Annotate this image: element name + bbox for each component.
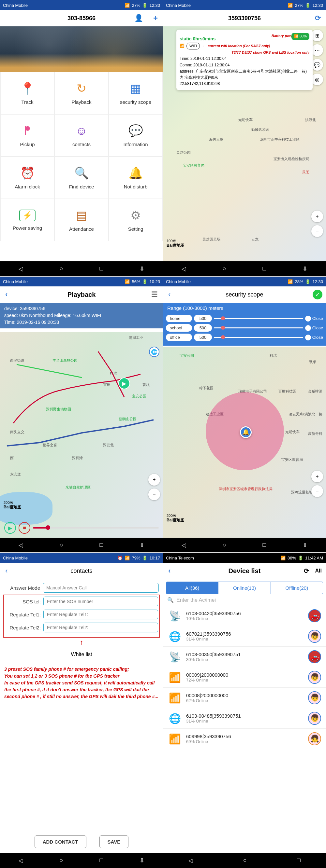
list-item[interactable]: 📡 6103-00350[359339075130% Online 🚗: [163, 647, 326, 667]
play-button[interactable]: ▶: [4, 522, 16, 534]
back-icon[interactable]: ‹: [5, 567, 7, 575]
tracker-info-card: Battery power level → 📶 88% static 0hrs0…: [176, 30, 313, 90]
play-marker[interactable]: ▶: [118, 377, 130, 389]
bolt-icon: ⚡: [19, 210, 35, 221]
page-title: Device list: [228, 567, 261, 575]
list-item[interactable]: 📡 6103-00420[359339075610% Online 🚗: [163, 606, 326, 626]
nav-back[interactable]: ◁: [19, 265, 23, 272]
reg-tel1-input[interactable]: [43, 610, 158, 619]
scope-map[interactable]: 宝安公园 料坑 甲岸 岭下花园 瑞磁电子有限公司 百财科技园 金威啤酒 建达工业…: [163, 347, 326, 538]
refresh-icon[interactable]: ⟳: [304, 567, 309, 575]
fence-radius-input[interactable]: 500: [194, 315, 212, 322]
zoom-out-btn[interactable]: −: [311, 225, 323, 237]
zoom-out-btn[interactable]: −: [311, 485, 323, 497]
add-icon[interactable]: +: [153, 14, 158, 23]
avatar-boy[interactable]: 👦: [308, 630, 321, 643]
whitelist-row[interactable]: White list: [0, 647, 163, 662]
page-title: security scope: [225, 291, 263, 298]
menu-icon[interactable]: ☰: [151, 290, 158, 299]
grid-playback[interactable]: ↻Playback: [54, 72, 109, 114]
stop-button[interactable]: ■: [19, 522, 30, 534]
list-item[interactable]: 📶 00008[200000000062% Online 👦: [163, 688, 326, 708]
avatar-boy[interactable]: 👦: [308, 712, 321, 725]
grid-pickup[interactable]: ᖰPickup: [0, 114, 54, 157]
sos-tel-field: SOS tel:: [5, 596, 158, 606]
answer-mode-value[interactable]: Manual Answer Call: [43, 583, 159, 593]
playback-map[interactable]: 清湖工业 西乡街道 羊台山森林公园 料坑 薯坑 官田 宝安公园 深圳野生动物园 …: [0, 332, 163, 538]
battery-badge: 📶 88%: [292, 33, 309, 40]
list-item[interactable]: 📶 609998[359339075669% Online 👧: [163, 729, 326, 749]
reg-tel2-input[interactable]: [43, 623, 158, 632]
back-icon[interactable]: ‹: [168, 567, 170, 575]
zoom-in-btn[interactable]: +: [148, 474, 160, 486]
zoom-out-btn[interactable]: −: [148, 489, 160, 500]
grid-dnd[interactable]: 🔔Not disturb: [109, 157, 163, 199]
scope-header: ‹ security scope ✓: [163, 286, 326, 303]
nav-home[interactable]: ○: [60, 265, 63, 272]
user-icon[interactable]: 👤: [134, 14, 143, 23]
radius-slider[interactable]: [214, 318, 303, 319]
grid-alarm[interactable]: ⏰Alarm clock: [0, 157, 54, 199]
contact-icon: ☺: [76, 124, 88, 138]
geofence-row-school: school 500 Close: [166, 324, 323, 332]
zoom-in-btn[interactable]: +: [311, 211, 323, 222]
avatar-girl[interactable]: 👧: [308, 732, 321, 745]
list-item[interactable]: 🌐 6103-00485[359339075131% Online 👦: [163, 708, 326, 729]
confirm-icon[interactable]: ✓: [313, 290, 322, 300]
comm-value: 2019-01-11 12:30:04: [193, 63, 229, 67]
gear-icon: ⚙: [130, 209, 141, 222]
fence-toggle[interactable]: Close: [305, 316, 323, 321]
refresh-icon[interactable]: ⟳: [315, 14, 321, 23]
map-locate-btn[interactable]: ◎: [311, 73, 323, 85]
progress-slider[interactable]: [33, 527, 159, 529]
ear-icon: ᖰ: [24, 124, 31, 138]
nav-drawer[interactable]: ⇩: [139, 265, 144, 272]
fence-name-input[interactable]: home: [166, 315, 192, 322]
avatar-boy[interactable]: 👦: [308, 671, 321, 684]
search-field[interactable]: 🔍 Enter the Ac/imei: [167, 597, 322, 603]
wifi-icon: 📶: [168, 671, 182, 684]
grid-security[interactable]: ▦security scope: [109, 72, 163, 114]
map-msg-btn[interactable]: 💬: [311, 59, 323, 71]
map-more-btn[interactable]: ⋯: [311, 44, 323, 56]
grid-track[interactable]: 📍Track: [0, 72, 54, 114]
all-button[interactable]: All: [315, 568, 322, 574]
avatar-car[interactable]: 🚗: [308, 609, 321, 622]
back-icon[interactable]: ‹: [168, 290, 170, 299]
feature-grid: 📍Track ↻Playback ▦security scope ᖰPickup…: [0, 72, 163, 241]
sos-tel-input[interactable]: [43, 596, 158, 606]
add-contact-button[interactable]: ADD CONTACT: [34, 835, 86, 848]
device-title: 303-85966: [67, 15, 96, 22]
zoom-in-btn[interactable]: +: [311, 471, 323, 482]
contacts-form: Answer Mode Manual Answer Call SOS tel: …: [0, 579, 163, 640]
center-marker[interactable]: 🔔: [240, 426, 252, 438]
grid-attendance[interactable]: ▤Attendance: [54, 199, 109, 241]
avatar-car[interactable]: 🚗: [308, 650, 321, 663]
grid-info[interactable]: 💬Information: [109, 114, 163, 157]
grid-contacts[interactable]: ☺contacts: [54, 114, 109, 157]
city-banner: [0, 26, 163, 72]
avatar-boy[interactable]: 👦: [308, 691, 321, 704]
grid-find[interactable]: 🔍Find device: [54, 157, 109, 199]
nav-recent[interactable]: □: [100, 265, 103, 272]
tab-offline[interactable]: Offline(20): [271, 582, 323, 594]
globe-btn[interactable]: 🌐: [149, 347, 159, 357]
tower-icon: 📡: [168, 650, 182, 663]
playback-info: device: 3593390756 speed: 0km Northbound…: [0, 303, 163, 329]
device-list-header: ‹ Device list ⟳ All: [163, 563, 326, 579]
carrier: China Mobile: [166, 3, 191, 8]
grid-setting[interactable]: ⚙Setting: [109, 199, 163, 241]
list-item[interactable]: 🌐 607021[359339075631% Online 👦: [163, 626, 326, 647]
back-icon[interactable]: ‹: [5, 290, 7, 299]
geofence-row-office: office 500 Close: [166, 334, 323, 341]
grid-power[interactable]: ⚡Power saving: [0, 199, 54, 241]
wifi-icon: 📶: [168, 732, 182, 746]
tab-all[interactable]: All(36): [166, 582, 218, 594]
tab-online[interactable]: Online(13): [218, 582, 271, 594]
map-layer-btn[interactable]: ⊞: [311, 30, 323, 41]
screen-device-list: China Telecom 📶88%🔋11:42 AM ‹ Device lis…: [163, 553, 326, 868]
static-status: static 0hrs0mins: [180, 36, 216, 41]
list-item[interactable]: 📶 00009[200000000072% Online 👦: [163, 667, 326, 688]
save-button[interactable]: SAVE: [100, 835, 129, 848]
clock-icon: ⏰: [20, 166, 35, 180]
